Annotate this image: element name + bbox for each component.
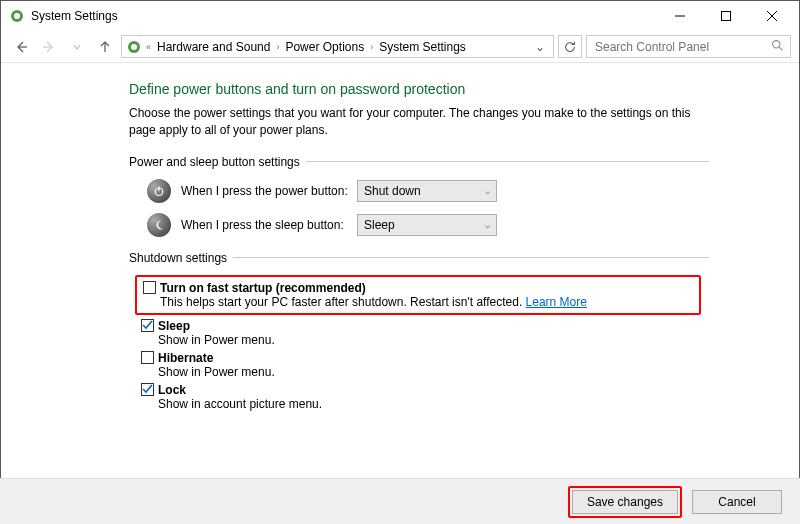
power-button-group-header: Power and sleep button settings [129, 155, 709, 169]
sleep-button-dropdown[interactable]: Sleep ⌵ [357, 214, 497, 236]
power-button-row: When I press the power button: Shut down… [147, 179, 709, 203]
close-button[interactable] [749, 1, 795, 31]
sleep-icon [147, 213, 171, 237]
sleep-button-label: When I press the sleep button: [181, 218, 357, 232]
svg-point-1 [14, 13, 20, 19]
chevron-right-icon: › [274, 42, 281, 52]
save-button[interactable]: Save changes [572, 490, 678, 514]
titlebar: System Settings [1, 1, 799, 31]
chevron-down-icon: ⌵ [485, 186, 490, 196]
search-icon[interactable] [771, 39, 784, 55]
lock-option: Lock Show in account picture menu. [141, 383, 709, 411]
divider [233, 257, 709, 258]
sleep-option-label: Sleep [158, 319, 190, 333]
fast-startup-highlight: Turn on fast startup (recommended) This … [135, 275, 701, 315]
group-label: Power and sleep button settings [129, 155, 300, 169]
breadcrumb-item[interactable]: Hardware and Sound [155, 40, 272, 54]
chevron-left-icon: « [144, 42, 153, 52]
window-title: System Settings [31, 9, 118, 23]
maximize-button[interactable] [703, 1, 749, 31]
navbar: « Hardware and Sound › Power Options › S… [1, 31, 799, 63]
recent-locations-button[interactable] [65, 35, 89, 59]
page-description: Choose the power settings that you want … [129, 105, 709, 139]
hibernate-option: Hibernate Show in Power menu. [141, 351, 709, 379]
forward-button[interactable] [37, 35, 61, 59]
cancel-button[interactable]: Cancel [692, 490, 782, 514]
sleep-option: Sleep Show in Power menu. [141, 319, 709, 347]
hibernate-option-label: Hibernate [158, 351, 213, 365]
location-icon [126, 39, 142, 55]
fast-startup-checkbox[interactable] [143, 281, 156, 294]
sleep-option-desc: Show in Power menu. [158, 333, 709, 347]
hibernate-option-desc: Show in Power menu. [158, 365, 709, 379]
breadcrumb[interactable]: « Hardware and Sound › Power Options › S… [121, 35, 554, 58]
search-input[interactable] [593, 39, 771, 55]
power-icon [147, 179, 171, 203]
power-button-dropdown[interactable]: Shut down ⌵ [357, 180, 497, 202]
lock-option-label: Lock [158, 383, 186, 397]
sleep-checkbox[interactable] [141, 319, 154, 332]
svg-point-11 [773, 40, 780, 47]
save-button-highlight: Save changes [568, 486, 682, 518]
svg-point-10 [131, 44, 137, 50]
lock-checkbox[interactable] [141, 383, 154, 396]
breadcrumb-item[interactable]: System Settings [377, 40, 468, 54]
breadcrumb-dropdown-icon[interactable]: ⌄ [531, 40, 549, 54]
chevron-right-icon: › [368, 42, 375, 52]
hibernate-checkbox[interactable] [141, 351, 154, 364]
up-button[interactable] [93, 35, 117, 59]
group-label: Shutdown settings [129, 251, 227, 265]
content-area: Define power buttons and turn on passwor… [1, 63, 799, 479]
back-button[interactable] [9, 35, 33, 59]
lock-option-desc: Show in account picture menu. [158, 397, 709, 411]
dropdown-value: Sleep [364, 218, 395, 232]
search-box[interactable] [586, 35, 791, 58]
breadcrumb-item[interactable]: Power Options [283, 40, 366, 54]
minimize-button[interactable] [657, 1, 703, 31]
page-heading: Define power buttons and turn on passwor… [129, 81, 709, 97]
svg-rect-3 [722, 12, 731, 21]
footer-bar: Save changes Cancel [0, 478, 800, 524]
refresh-button[interactable] [558, 35, 582, 58]
chevron-down-icon: ⌵ [485, 220, 490, 230]
fast-startup-label: Turn on fast startup (recommended) [160, 281, 366, 295]
svg-line-12 [779, 47, 782, 50]
divider [306, 161, 709, 162]
power-button-label: When I press the power button: [181, 184, 357, 198]
app-icon [9, 8, 25, 24]
sleep-button-row: When I press the sleep button: Sleep ⌵ [147, 213, 709, 237]
fast-startup-desc: This helps start your PC faster after sh… [160, 295, 693, 309]
dropdown-value: Shut down [364, 184, 421, 198]
shutdown-group-header: Shutdown settings [129, 251, 709, 265]
learn-more-link[interactable]: Learn More [526, 295, 587, 309]
